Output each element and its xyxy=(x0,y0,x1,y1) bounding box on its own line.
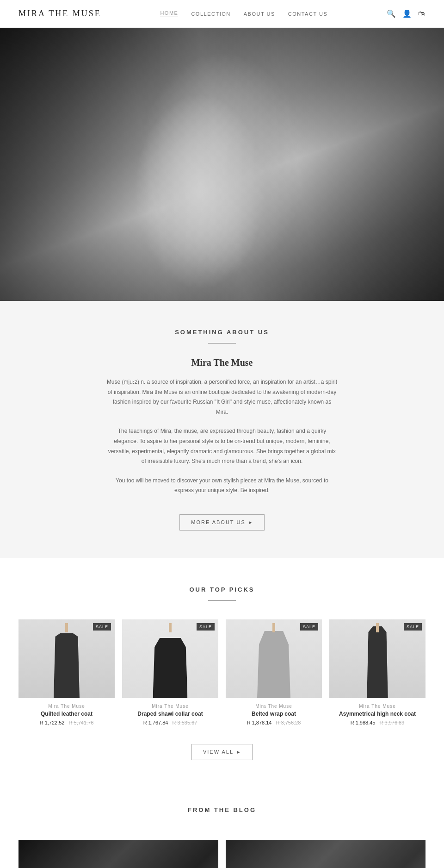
product-brand-2: Mira The Muse xyxy=(122,704,218,709)
product-brand-3: Mira The Muse xyxy=(226,704,322,709)
arrow-right-icon: ▸ xyxy=(249,519,253,525)
product-price-1: R 1,722.52 R 5,741.76 xyxy=(18,720,115,725)
original-price-4: R 3,976.89 xyxy=(380,720,405,725)
product-card-2[interactable]: SALE Mira The Muse Draped shawl collar c… xyxy=(122,619,218,725)
blog-card-1[interactable] xyxy=(18,840,218,868)
about-paragraph-2: The teachings of Mira, the muse, are exp… xyxy=(106,426,338,466)
sale-badge-3: SALE xyxy=(300,623,318,631)
top-picks-section: OUR TOP PICKS SALE Mira The Muse Quilted… xyxy=(0,558,444,779)
about-paragraph-3: You too will be moved to discover your o… xyxy=(106,476,338,496)
mannequin-neck-4 xyxy=(376,623,379,632)
product-image-2 xyxy=(122,619,218,698)
top-picks-divider xyxy=(208,600,236,601)
original-price-3: R 3,756.28 xyxy=(276,720,301,725)
sale-price-4: R 1,988.45 xyxy=(351,720,376,725)
user-icon[interactable]: 👤 xyxy=(402,9,412,18)
sale-badge-1: SALE xyxy=(93,623,111,631)
product-card-1[interactable]: SALE Mira The Muse Quilted leather coat … xyxy=(18,619,115,725)
nav-about[interactable]: ABOUT US xyxy=(244,11,275,17)
nav-collection[interactable]: COLLECTION xyxy=(191,11,230,17)
original-price-2: R 3,535.67 xyxy=(173,720,197,725)
sale-badge-4: SALE xyxy=(404,623,422,631)
header: MIRA THE MUSE HOME COLLECTION ABOUT US C… xyxy=(0,0,444,28)
product-brand-4: Mira The Muse xyxy=(329,704,426,709)
product-brand-1: Mira The Muse xyxy=(18,704,115,709)
nav-icons: 🔍 👤 🛍 xyxy=(387,9,426,18)
logo[interactable]: MIRA THE MUSE xyxy=(18,9,101,19)
blog-section: FROM THE BLOG xyxy=(0,779,444,868)
top-picks-title: OUR TOP PICKS xyxy=(18,586,426,593)
product-price-2: R 1,767.84 R 3,535.67 xyxy=(122,720,218,725)
about-section-title: SOMETHING ABOUT US xyxy=(18,329,426,336)
nav-home[interactable]: HOME xyxy=(160,10,178,17)
sale-price-3: R 1,878.14 xyxy=(247,720,272,725)
product-name-3: Belted wrap coat xyxy=(226,711,322,717)
cart-icon[interactable]: 🛍 xyxy=(418,10,426,18)
hero-section xyxy=(0,28,444,301)
more-about-us-label: MORE ABOUT US xyxy=(191,519,245,525)
view-all-label: VIEW ALL xyxy=(203,749,234,755)
blog-section-title: FROM THE BLOG xyxy=(18,806,426,813)
sale-price-1: R 1,722.52 xyxy=(40,720,65,725)
product-name-4: Asymmetrical high neck coat xyxy=(329,711,426,717)
about-paragraph-1: Muse (mjuːz) n. a source of inspiration,… xyxy=(106,377,338,417)
view-all-button[interactable]: VIEW ALL ▸ xyxy=(191,744,253,760)
product-name-2: Draped shawl collar coat xyxy=(122,711,218,717)
mannequin-neck-2 xyxy=(169,623,172,632)
about-section: SOMETHING ABOUT US Mira The Muse Muse (m… xyxy=(0,301,444,558)
navigation: HOME COLLECTION ABOUT US CONTACT US xyxy=(160,10,327,17)
nav-contact[interactable]: CONTACT US xyxy=(288,11,328,17)
search-icon[interactable]: 🔍 xyxy=(387,9,396,18)
blog-card-2[interactable] xyxy=(226,840,426,868)
about-divider xyxy=(208,343,236,343)
sale-price-2: R 1,767.84 xyxy=(143,720,168,725)
product-card-4[interactable]: SALE Mira The Muse Asymmetrical high nec… xyxy=(329,619,426,725)
product-image-3 xyxy=(226,619,322,698)
mannequin-neck-1 xyxy=(65,623,68,632)
blog-divider xyxy=(208,821,236,821)
mannequin-neck-3 xyxy=(272,623,275,632)
products-grid: SALE Mira The Muse Quilted leather coat … xyxy=(18,619,426,725)
original-price-1: R 5,741.76 xyxy=(69,720,94,725)
product-price-3: R 1,878.14 R 3,756.28 xyxy=(226,720,322,725)
arrow-right-icon-2: ▸ xyxy=(237,749,241,755)
sale-badge-2: SALE xyxy=(197,623,215,631)
about-brand-name: Mira The Muse xyxy=(18,357,426,368)
hero-background xyxy=(0,28,444,301)
product-image-1 xyxy=(18,619,115,698)
product-price-4: R 1,988.45 R 3,976.89 xyxy=(329,720,426,725)
more-about-us-button[interactable]: MORE ABOUT US ▸ xyxy=(179,514,264,531)
product-image-4 xyxy=(329,619,426,698)
product-card-3[interactable]: SALE Mira The Muse Belted wrap coat R 1,… xyxy=(226,619,322,725)
hero-overlay xyxy=(0,28,444,301)
product-name-1: Quilted leather coat xyxy=(18,711,115,717)
blog-grid xyxy=(18,840,426,868)
